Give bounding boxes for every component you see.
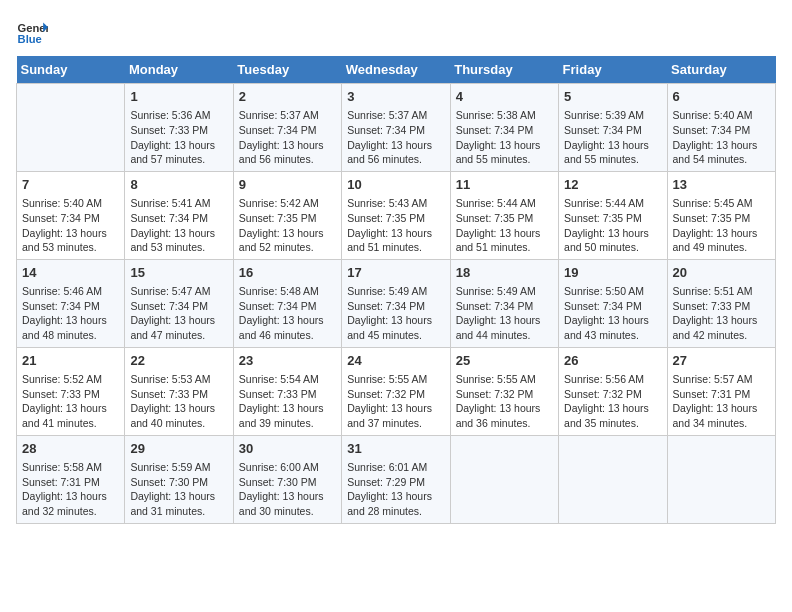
day-info: Sunrise: 5:36 AM Sunset: 7:33 PM Dayligh… [130,108,227,167]
day-number: 9 [239,176,336,194]
header-friday: Friday [559,56,667,84]
calendar-header-row: SundayMondayTuesdayWednesdayThursdayFrid… [17,56,776,84]
calendar-cell: 26Sunrise: 5:56 AM Sunset: 7:32 PM Dayli… [559,347,667,435]
day-number: 29 [130,440,227,458]
calendar-cell: 19Sunrise: 5:50 AM Sunset: 7:34 PM Dayli… [559,259,667,347]
calendar-cell: 18Sunrise: 5:49 AM Sunset: 7:34 PM Dayli… [450,259,558,347]
calendar-table: SundayMondayTuesdayWednesdayThursdayFrid… [16,56,776,524]
day-number: 25 [456,352,553,370]
calendar-cell: 4Sunrise: 5:38 AM Sunset: 7:34 PM Daylig… [450,84,558,172]
day-info: Sunrise: 5:57 AM Sunset: 7:31 PM Dayligh… [673,372,770,431]
day-number: 4 [456,88,553,106]
day-number: 8 [130,176,227,194]
week-row-4: 21Sunrise: 5:52 AM Sunset: 7:33 PM Dayli… [17,347,776,435]
day-number: 15 [130,264,227,282]
calendar-cell: 20Sunrise: 5:51 AM Sunset: 7:33 PM Dayli… [667,259,775,347]
header-tuesday: Tuesday [233,56,341,84]
day-info: Sunrise: 5:38 AM Sunset: 7:34 PM Dayligh… [456,108,553,167]
day-number: 26 [564,352,661,370]
day-number: 22 [130,352,227,370]
calendar-cell: 29Sunrise: 5:59 AM Sunset: 7:30 PM Dayli… [125,435,233,523]
week-row-3: 14Sunrise: 5:46 AM Sunset: 7:34 PM Dayli… [17,259,776,347]
calendar-cell: 12Sunrise: 5:44 AM Sunset: 7:35 PM Dayli… [559,171,667,259]
day-number: 11 [456,176,553,194]
day-number: 27 [673,352,770,370]
day-info: Sunrise: 5:53 AM Sunset: 7:33 PM Dayligh… [130,372,227,431]
day-number: 1 [130,88,227,106]
day-info: Sunrise: 5:58 AM Sunset: 7:31 PM Dayligh… [22,460,119,519]
calendar-cell: 22Sunrise: 5:53 AM Sunset: 7:33 PM Dayli… [125,347,233,435]
day-number: 18 [456,264,553,282]
day-info: Sunrise: 5:50 AM Sunset: 7:34 PM Dayligh… [564,284,661,343]
day-number: 6 [673,88,770,106]
calendar-cell: 5Sunrise: 5:39 AM Sunset: 7:34 PM Daylig… [559,84,667,172]
day-info: Sunrise: 5:54 AM Sunset: 7:33 PM Dayligh… [239,372,336,431]
day-number: 14 [22,264,119,282]
day-info: Sunrise: 5:39 AM Sunset: 7:34 PM Dayligh… [564,108,661,167]
day-info: Sunrise: 6:01 AM Sunset: 7:29 PM Dayligh… [347,460,444,519]
header-saturday: Saturday [667,56,775,84]
day-info: Sunrise: 5:37 AM Sunset: 7:34 PM Dayligh… [347,108,444,167]
header-sunday: Sunday [17,56,125,84]
day-info: Sunrise: 5:42 AM Sunset: 7:35 PM Dayligh… [239,196,336,255]
logo: General Blue [16,16,48,48]
calendar-cell: 2Sunrise: 5:37 AM Sunset: 7:34 PM Daylig… [233,84,341,172]
header-thursday: Thursday [450,56,558,84]
calendar-cell: 27Sunrise: 5:57 AM Sunset: 7:31 PM Dayli… [667,347,775,435]
day-info: Sunrise: 5:49 AM Sunset: 7:34 PM Dayligh… [456,284,553,343]
day-info: Sunrise: 5:56 AM Sunset: 7:32 PM Dayligh… [564,372,661,431]
day-number: 24 [347,352,444,370]
calendar-cell: 7Sunrise: 5:40 AM Sunset: 7:34 PM Daylig… [17,171,125,259]
calendar-cell: 21Sunrise: 5:52 AM Sunset: 7:33 PM Dayli… [17,347,125,435]
day-info: Sunrise: 5:51 AM Sunset: 7:33 PM Dayligh… [673,284,770,343]
calendar-cell [667,435,775,523]
day-info: Sunrise: 5:55 AM Sunset: 7:32 PM Dayligh… [456,372,553,431]
day-number: 23 [239,352,336,370]
calendar-cell: 11Sunrise: 5:44 AM Sunset: 7:35 PM Dayli… [450,171,558,259]
day-number: 31 [347,440,444,458]
header-monday: Monday [125,56,233,84]
calendar-cell [17,84,125,172]
calendar-cell: 9Sunrise: 5:42 AM Sunset: 7:35 PM Daylig… [233,171,341,259]
day-info: Sunrise: 5:52 AM Sunset: 7:33 PM Dayligh… [22,372,119,431]
calendar-cell: 30Sunrise: 6:00 AM Sunset: 7:30 PM Dayli… [233,435,341,523]
calendar-cell: 23Sunrise: 5:54 AM Sunset: 7:33 PM Dayli… [233,347,341,435]
calendar-cell: 15Sunrise: 5:47 AM Sunset: 7:34 PM Dayli… [125,259,233,347]
day-info: Sunrise: 5:40 AM Sunset: 7:34 PM Dayligh… [673,108,770,167]
calendar-cell: 16Sunrise: 5:48 AM Sunset: 7:34 PM Dayli… [233,259,341,347]
week-row-1: 1Sunrise: 5:36 AM Sunset: 7:33 PM Daylig… [17,84,776,172]
day-info: Sunrise: 5:46 AM Sunset: 7:34 PM Dayligh… [22,284,119,343]
day-number: 28 [22,440,119,458]
calendar-cell: 10Sunrise: 5:43 AM Sunset: 7:35 PM Dayli… [342,171,450,259]
calendar-cell: 3Sunrise: 5:37 AM Sunset: 7:34 PM Daylig… [342,84,450,172]
day-info: Sunrise: 6:00 AM Sunset: 7:30 PM Dayligh… [239,460,336,519]
day-number: 12 [564,176,661,194]
calendar-cell: 1Sunrise: 5:36 AM Sunset: 7:33 PM Daylig… [125,84,233,172]
day-info: Sunrise: 5:47 AM Sunset: 7:34 PM Dayligh… [130,284,227,343]
calendar-cell: 8Sunrise: 5:41 AM Sunset: 7:34 PM Daylig… [125,171,233,259]
calendar-cell: 6Sunrise: 5:40 AM Sunset: 7:34 PM Daylig… [667,84,775,172]
day-info: Sunrise: 5:48 AM Sunset: 7:34 PM Dayligh… [239,284,336,343]
day-number: 7 [22,176,119,194]
day-number: 5 [564,88,661,106]
day-number: 13 [673,176,770,194]
day-info: Sunrise: 5:59 AM Sunset: 7:30 PM Dayligh… [130,460,227,519]
day-number: 3 [347,88,444,106]
calendar-cell: 24Sunrise: 5:55 AM Sunset: 7:32 PM Dayli… [342,347,450,435]
day-info: Sunrise: 5:44 AM Sunset: 7:35 PM Dayligh… [564,196,661,255]
calendar-cell: 25Sunrise: 5:55 AM Sunset: 7:32 PM Dayli… [450,347,558,435]
day-info: Sunrise: 5:55 AM Sunset: 7:32 PM Dayligh… [347,372,444,431]
calendar-cell: 28Sunrise: 5:58 AM Sunset: 7:31 PM Dayli… [17,435,125,523]
day-info: Sunrise: 5:37 AM Sunset: 7:34 PM Dayligh… [239,108,336,167]
day-number: 19 [564,264,661,282]
day-number: 17 [347,264,444,282]
svg-text:Blue: Blue [18,33,42,45]
calendar-cell: 14Sunrise: 5:46 AM Sunset: 7:34 PM Dayli… [17,259,125,347]
day-info: Sunrise: 5:40 AM Sunset: 7:34 PM Dayligh… [22,196,119,255]
day-number: 30 [239,440,336,458]
header-wednesday: Wednesday [342,56,450,84]
logo-icon: General Blue [16,16,48,48]
calendar-cell: 31Sunrise: 6:01 AM Sunset: 7:29 PM Dayli… [342,435,450,523]
day-number: 21 [22,352,119,370]
calendar-cell: 13Sunrise: 5:45 AM Sunset: 7:35 PM Dayli… [667,171,775,259]
